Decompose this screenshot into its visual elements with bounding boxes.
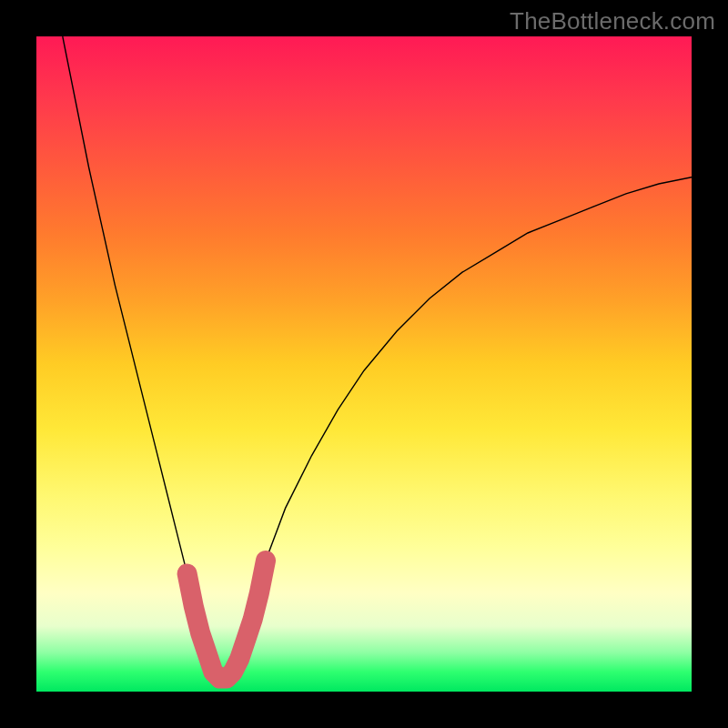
- plot-area: [36, 36, 692, 692]
- watermark-text: TheBottleneck.com: [510, 7, 715, 35]
- curve-right-branch: [220, 177, 692, 679]
- curve-layer: [36, 36, 692, 692]
- chart-frame: TheBottleneck.com: [0, 0, 728, 728]
- valley-highlight: [187, 561, 266, 679]
